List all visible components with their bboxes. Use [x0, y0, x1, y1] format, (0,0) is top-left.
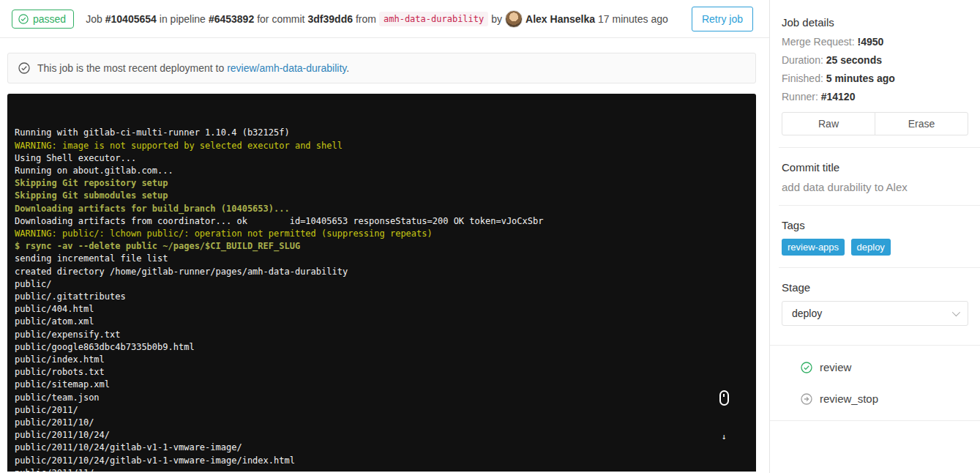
log-line: Using Shell executor... [15, 152, 749, 165]
log-line: public/2011/10/24/gitlab-v1-1-vmware-ima… [15, 455, 749, 467]
stage-heading: Stage [782, 281, 968, 294]
pipeline-id-link[interactable]: #6453892 [209, 13, 254, 25]
job-id: #10405654 [105, 13, 157, 25]
log-line: public/ [15, 278, 749, 291]
log-line: public/2011/ [15, 404, 749, 417]
mouse-icon [719, 390, 729, 406]
deployment-banner: This job is the most recent deployment t… [7, 53, 756, 83]
log-lines: Running with gitlab-ci-multi-runner 1.10… [15, 127, 749, 472]
log-line: public/2011/11/ [15, 467, 749, 472]
chevron-down-icon [952, 308, 960, 316]
divider [779, 205, 980, 206]
retry-job-button[interactable]: Retry job [692, 7, 753, 31]
deployment-check-icon [18, 62, 30, 74]
author-avatar[interactable] [505, 10, 523, 28]
time-ago: 17 minutes ago [598, 13, 668, 25]
deployment-text: This job is the most recent deployment t… [37, 62, 224, 74]
job-item-label: review_stop [820, 392, 878, 405]
log-line: Downloading artifacts from coordinator..… [15, 215, 749, 228]
main-column: passed Job #10405654 in pipeline #645389… [0, 0, 769, 473]
branch-ref-link[interactable]: amh-data-durability [379, 12, 488, 26]
divider [779, 147, 980, 148]
job-sidebar: Job details Merge Request: !4950 Duratio… [769, 0, 980, 473]
log-line: Running with gitlab-ci-multi-runner 1.10… [15, 127, 749, 139]
job-item-label: review [820, 361, 851, 373]
log-line: Skipping Git submodules setup [15, 190, 749, 202]
commit-sha-link[interactable]: 3df39dd6 [308, 13, 353, 25]
duration-value: 25 seconds [826, 54, 882, 66]
log-actions: Raw Erase [782, 112, 968, 135]
finished-value: 5 minutes ago [826, 72, 895, 84]
stage-section: Stage deploy [770, 272, 980, 333]
commit-title-heading: Commit title [782, 161, 968, 174]
log-line: public/404.html [15, 303, 749, 316]
log-line: public/index.html [15, 354, 749, 366]
merge-request-value[interactable]: !4950 [858, 36, 884, 48]
scroll-down-button[interactable]: ↓ [703, 365, 745, 466]
log-line: sending incremental file list [15, 253, 749, 265]
job-summary: Job #10405654 in pipeline #6453892 for c… [86, 10, 671, 28]
passed-check-icon [801, 362, 812, 373]
commit-title-section: Commit title add data durability to Alex [770, 152, 980, 201]
log-line: Running on about.gitlab.com... [15, 165, 749, 177]
stage-dropdown[interactable]: deploy [782, 301, 968, 326]
log-line: created directory /home/gitlab-runner/pa… [15, 266, 749, 278]
divider [779, 267, 980, 268]
manual-arrow-icon [801, 393, 812, 405]
runner-value: #14120 [821, 91, 856, 103]
log-line: WARNING: public/: lchown public/: operat… [15, 228, 749, 240]
log-line: public/2011/10/24/ [15, 429, 749, 442]
job-log[interactable]: Running with gitlab-ci-multi-runner 1.10… [7, 94, 756, 472]
job-label: Job [86, 13, 102, 25]
status-check-icon [18, 14, 29, 24]
for-commit-label: for commit [257, 13, 304, 25]
job-item-review-stop[interactable]: review_stop [770, 383, 980, 414]
down-arrow-icon: ↓ [703, 433, 745, 441]
status-label: passed [33, 13, 66, 25]
log-line: public/.gitattributes [15, 291, 749, 303]
tags-heading: Tags [782, 219, 968, 231]
merge-request-row: Merge Request: !4950 [782, 36, 968, 48]
runner-label: Runner: [782, 91, 818, 103]
raw-button[interactable]: Raw [782, 112, 875, 135]
job-details-section: Job details Merge Request: !4950 Duratio… [770, 7, 980, 143]
by-label: by [491, 13, 502, 25]
commit-message: add data durability to Alex [782, 181, 968, 193]
log-line: public/expensify.txt [15, 329, 749, 341]
tags-section: Tags review-apps deploy [770, 210, 980, 263]
in-pipeline-label: in pipeline [160, 13, 206, 25]
status-badge[interactable]: passed [12, 10, 74, 29]
stage-selected-value: deploy [792, 308, 822, 319]
tag-review-apps[interactable]: review-apps [782, 239, 845, 256]
job-item-review[interactable]: review [770, 351, 980, 383]
log-line: public/team.json [15, 392, 749, 404]
finished-label: Finished: [782, 72, 823, 84]
runner-row: Runner: #14120 [782, 91, 968, 103]
stage-jobs-list: review review_stop [770, 345, 980, 421]
log-line: $ rsync -av --delete public ~/pages/$CI_… [15, 240, 749, 253]
merge-request-label: Merge Request: [782, 36, 855, 48]
from-label: from [356, 13, 376, 25]
job-details-title: Job details [782, 16, 968, 29]
log-line: public/robots.txt [15, 366, 749, 379]
log-line: public/sitemap.xml [15, 379, 749, 391]
job-page: passed Job #10405654 in pipeline #645389… [0, 0, 980, 473]
log-line: public/2011/10/24/gitlab-v1-1-vmware-ima… [15, 442, 749, 454]
environment-link[interactable]: review/amh-data-durability [227, 62, 346, 74]
log-line: Downloading artifacts for build_branch (… [15, 203, 749, 215]
log-line: public/2011/10/ [15, 417, 749, 429]
tag-deploy[interactable]: deploy [851, 239, 891, 256]
log-line: public/atom.xml [15, 316, 749, 328]
erase-button[interactable]: Erase [875, 112, 968, 135]
duration-label: Duration: [782, 54, 823, 66]
author-name[interactable]: Alex Hanselka [525, 13, 595, 25]
job-header: passed Job #10405654 in pipeline #645389… [0, 0, 769, 38]
log-line: WARNING: image is not supported by selec… [15, 140, 749, 152]
deployment-banner-text: This job is the most recent deployment t… [37, 62, 349, 74]
log-line: Skipping Git repository setup [15, 177, 749, 190]
deployment-text-suffix: . [346, 62, 349, 74]
log-line: public/google863dbc4b7335b0b9.html [15, 341, 749, 354]
finished-row: Finished: 5 minutes ago [782, 72, 968, 84]
duration-row: Duration: 25 seconds [782, 54, 968, 66]
